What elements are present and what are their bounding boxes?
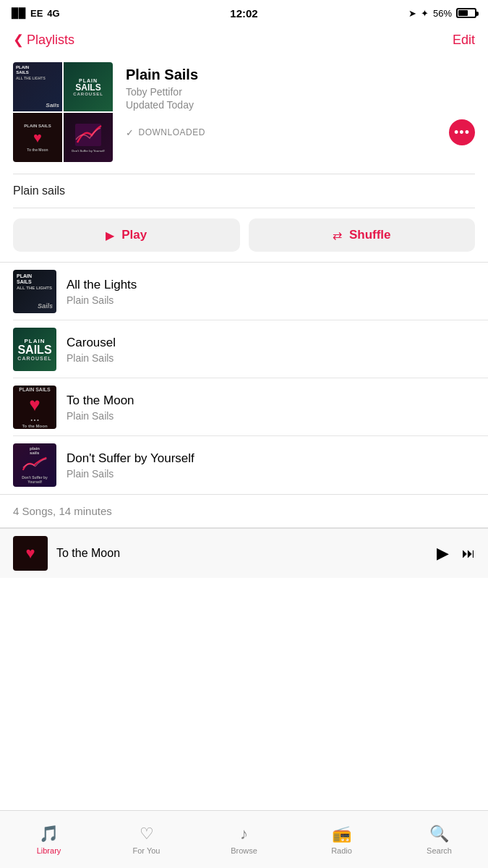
track-art-2: PLAIN SAILS CAROUSEL (13, 328, 56, 371)
track-name-2: Carousel (67, 336, 475, 350)
track-name-4: Don't Suffer by Yourself (67, 451, 475, 466)
track-info-1: All the Lights Plain Sails (67, 278, 475, 306)
check-icon: ✓ (126, 127, 134, 138)
play-button[interactable]: ▶ Play (13, 218, 240, 252)
track-artist-4: Plain Sails (67, 468, 475, 480)
status-time: 12:02 (230, 7, 257, 20)
status-left: ▉▉ EE 4G (12, 8, 60, 19)
battery-icon (456, 8, 476, 18)
track-item[interactable]: PLAIN SAILS CAROUSEL Carousel Plain Sail… (0, 320, 488, 378)
library-icon: 🎵 (39, 825, 59, 843)
search-icon: 🔍 (429, 825, 449, 843)
track-name-3: To the Moon (67, 393, 475, 408)
now-playing-bar[interactable]: ♥ To the Moon ▶ ⏭ (0, 528, 488, 578)
playlist-info: Plain Sails Toby Pettifor Updated Today … (126, 62, 475, 145)
playlist-header: PLAINSAILS ALL THE LIGHTS Sails PLAIN SA… (0, 55, 488, 174)
album-art-cell-2: PLAIN SAILS CAROUSEL (64, 62, 113, 111)
play-icon: ▶ (106, 229, 114, 242)
tab-library-label: Library (37, 846, 61, 855)
tab-for-you[interactable]: ♡ For You (98, 811, 195, 868)
nav-header: ❮ Playlists Edit (0, 26, 488, 55)
album-art-grid: PLAINSAILS ALL THE LIGHTS Sails PLAIN SA… (13, 62, 113, 162)
carrier: EE (30, 8, 43, 19)
now-playing-forward-button[interactable]: ⏭ (462, 546, 475, 561)
track-art-4: plainsails Don't Suffer by Yourself (13, 443, 56, 487)
chevron-left-icon: ❮ (13, 32, 24, 48)
radio-icon: 📻 (332, 825, 351, 843)
music-note-icon: ♪ (240, 825, 248, 843)
playlist-title: Plain Sails (126, 67, 475, 83)
track-item[interactable]: plainsails Don't Suffer by Yourself Don'… (0, 436, 488, 494)
heart-icon: ♡ (140, 825, 154, 843)
network: 4G (47, 8, 59, 19)
tab-browse[interactable]: ♪ Browse (195, 811, 293, 868)
now-playing-controls: ▶ ⏭ (437, 544, 475, 563)
downloaded-label: ✓ DOWNLOADED (126, 127, 205, 138)
ellipsis-icon: ••• (454, 125, 470, 140)
bluetooth-icon: ✦ (421, 8, 429, 19)
songs-count: 4 Songs, 14 minutes (0, 495, 488, 527)
downloaded-text: DOWNLOADED (139, 127, 205, 137)
track-info-4: Don't Suffer by Yourself Plain Sails (67, 451, 475, 480)
more-options-button[interactable]: ••• (449, 119, 475, 145)
shuffle-button[interactable]: ⇄ Shuffle (249, 218, 476, 252)
back-button[interactable]: ❮ Playlists (13, 32, 74, 48)
track-art-1: PLAINSAILS ALL THE LIGHTS Sails (13, 270, 56, 313)
now-playing-art: ♥ (13, 536, 48, 571)
track-item[interactable]: PLAIN SAILS ♥ • • • To the Moon To the M… (0, 378, 488, 436)
svg-rect-0 (75, 124, 101, 146)
status-bar: ▉▉ EE 4G 12:02 ➤ ✦ 56% (0, 0, 488, 26)
now-playing-title: To the Moon (56, 547, 428, 560)
track-artist-3: Plain Sails (67, 410, 475, 422)
track-info-3: To the Moon Plain Sails (67, 393, 475, 422)
track-name-1: All the Lights (67, 278, 475, 292)
tab-search-label: Search (427, 846, 452, 855)
playlist-label: Plain sails (0, 174, 488, 208)
album-art-cell-3: PLAIN SAILS ♥ To the Moon (13, 113, 62, 162)
tab-bar: 🎵 Library ♡ For You ♪ Browse 📻 Radio 🔍 S… (0, 810, 488, 868)
play-label: Play (121, 228, 147, 242)
track-item[interactable]: PLAINSAILS ALL THE LIGHTS Sails All the … (0, 263, 488, 320)
back-label: Playlists (27, 33, 74, 48)
shuffle-label: Shuffle (349, 228, 391, 242)
tab-for-you-label: For You (133, 846, 160, 855)
tab-browse-label: Browse (231, 846, 257, 855)
now-playing-play-button[interactable]: ▶ (437, 544, 449, 563)
track-info-2: Carousel Plain Sails (67, 336, 475, 364)
playlist-updated: Updated Today (126, 99, 475, 111)
tab-radio[interactable]: 📻 Radio (293, 811, 390, 868)
track-art-3: PLAIN SAILS ♥ • • • To the Moon (13, 386, 56, 429)
status-right: ➤ ✦ 56% (408, 8, 476, 19)
track-artist-2: Plain Sails (67, 352, 475, 364)
album-art-cell-4: Don't Suffer by Yourself (64, 113, 113, 162)
shuffle-icon: ⇄ (333, 229, 342, 242)
downloaded-row: ✓ DOWNLOADED ••• (126, 119, 475, 145)
track-artist-1: Plain Sails (67, 294, 475, 306)
album-art-cell-1: PLAINSAILS ALL THE LIGHTS Sails (13, 62, 62, 111)
edit-button[interactable]: Edit (453, 33, 475, 48)
location-icon: ➤ (408, 8, 416, 19)
track-list: PLAINSAILS ALL THE LIGHTS Sails All the … (0, 263, 488, 494)
signal-icon: ▉▉ (12, 8, 26, 19)
tab-library[interactable]: 🎵 Library (0, 811, 98, 868)
battery-percent: 56% (433, 8, 452, 19)
playlist-artist: Toby Pettifor (126, 86, 475, 98)
action-buttons: ▶ Play ⇄ Shuffle (0, 208, 488, 262)
tab-search[interactable]: 🔍 Search (390, 811, 488, 868)
tab-radio-label: Radio (331, 846, 352, 855)
